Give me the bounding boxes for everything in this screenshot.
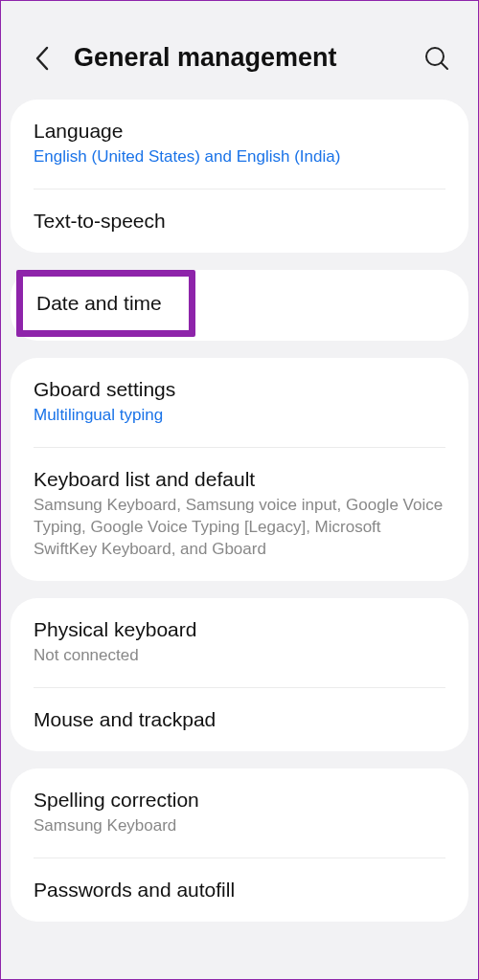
item-subtitle: Not connected (34, 645, 445, 667)
item-subtitle: Multilingual typing (34, 405, 445, 427)
item-keyboard-list[interactable]: Keyboard list and default Samsung Keyboa… (11, 448, 468, 581)
item-language[interactable]: Language English (United States) and Eng… (11, 100, 468, 189)
item-title: Gboard settings (34, 378, 445, 401)
settings-group-language: Language English (United States) and Eng… (11, 100, 468, 253)
item-subtitle: Samsung Keyboard, Samsung voice input, G… (34, 495, 445, 561)
settings-group-keyboard: Gboard settings Multilingual typing Keyb… (11, 358, 468, 581)
search-icon[interactable] (422, 44, 451, 73)
item-subtitle: Samsung Keyboard (34, 815, 445, 837)
item-passwords-autofill[interactable]: Passwords and autofill (11, 858, 468, 922)
item-title: Passwords and autofill (34, 879, 445, 902)
item-spelling-correction[interactable]: Spelling correction Samsung Keyboard (11, 768, 468, 858)
back-icon[interactable] (28, 44, 57, 73)
item-physical-keyboard[interactable]: Physical keyboard Not connected (11, 598, 468, 687)
item-title: Physical keyboard (34, 618, 445, 641)
item-date-and-time[interactable]: Date and time (36, 292, 162, 315)
item-title: Date and time (36, 292, 162, 315)
settings-group-datetime: Date and time (11, 270, 468, 341)
item-title: Language (34, 120, 445, 143)
item-title: Mouse and trackpad (34, 708, 445, 731)
highlight-annotation: Date and time (16, 270, 195, 337)
item-gboard-settings[interactable]: Gboard settings Multilingual typing (11, 358, 468, 447)
item-title: Text-to-speech (34, 210, 445, 233)
page-title: General management (74, 43, 422, 73)
item-title: Keyboard list and default (34, 468, 445, 491)
settings-group-autofill: Spelling correction Samsung Keyboard Pas… (11, 768, 468, 922)
item-text-to-speech[interactable]: Text-to-speech (11, 189, 468, 253)
item-subtitle: English (United States) and English (Ind… (34, 146, 445, 168)
header: General management (1, 1, 478, 100)
settings-group-physical: Physical keyboard Not connected Mouse an… (11, 598, 468, 751)
svg-line-1 (442, 63, 447, 69)
item-mouse-trackpad[interactable]: Mouse and trackpad (11, 688, 468, 751)
item-title: Spelling correction (34, 789, 445, 812)
